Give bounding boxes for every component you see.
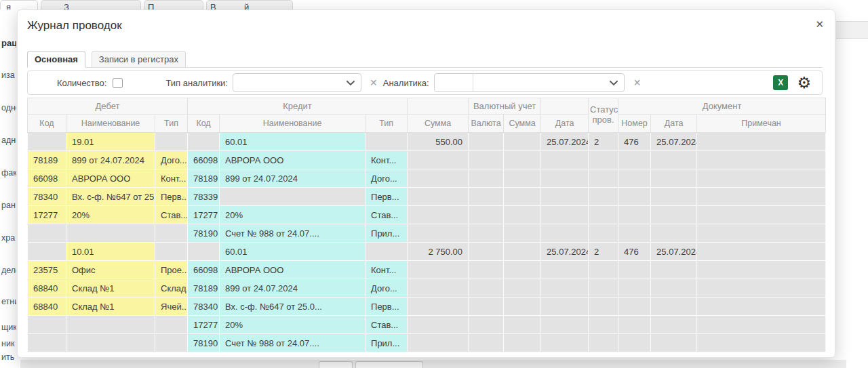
cell[interactable]: 66098 xyxy=(188,151,220,169)
cell[interactable] xyxy=(618,316,651,334)
column-header-debit-code[interactable]: Код xyxy=(28,115,66,133)
cell[interactable] xyxy=(469,206,504,224)
cell[interactable]: 78189 xyxy=(188,279,220,298)
cell[interactable] xyxy=(697,298,826,316)
posting-row[interactable]: 78190Счет № 988 от 24.07....Прил... xyxy=(28,224,826,243)
cell[interactable]: 17277 xyxy=(188,206,220,224)
cell[interactable] xyxy=(589,261,618,279)
cell[interactable]: Конт... xyxy=(366,261,408,279)
posting-row[interactable]: 19.0160.01550.0025.07.2024247625.07.2024 xyxy=(28,133,826,151)
cell[interactable] xyxy=(469,151,504,169)
cell[interactable] xyxy=(589,188,618,206)
cell[interactable] xyxy=(155,334,188,352)
cell[interactable] xyxy=(504,151,541,169)
cell[interactable]: 19.01 xyxy=(66,133,155,151)
cell[interactable] xyxy=(697,151,826,169)
cell[interactable] xyxy=(651,151,697,169)
cell[interactable]: 2 750.00 xyxy=(408,243,469,261)
cell[interactable] xyxy=(66,334,155,352)
clear-analytics-icon[interactable]: ✕ xyxy=(633,77,642,88)
cell[interactable] xyxy=(589,169,618,188)
cell[interactable] xyxy=(541,206,589,224)
cell[interactable]: 60.01 xyxy=(220,243,366,261)
cell[interactable]: 899 от 24.07.2024 xyxy=(220,279,366,298)
cell[interactable]: Вх. с-ф. №647 от 25.0... xyxy=(220,298,366,316)
cell[interactable]: 25.07.2024 xyxy=(651,133,697,151)
column-header-number[interactable]: Номер xyxy=(618,115,651,133)
background-tab[interactable]: П xyxy=(144,0,203,9)
cell[interactable]: 78189 xyxy=(188,169,220,188)
cell[interactable]: 20% xyxy=(66,206,155,224)
cell[interactable] xyxy=(541,298,589,316)
cell[interactable] xyxy=(469,316,504,334)
cell[interactable] xyxy=(541,261,589,279)
cell[interactable]: Перв... xyxy=(366,298,408,316)
cell[interactable] xyxy=(697,261,826,279)
cell[interactable] xyxy=(469,188,504,206)
cell[interactable] xyxy=(220,188,366,206)
cell[interactable]: Счет № 988 от 24.07.... xyxy=(220,334,366,352)
cell[interactable]: 476 xyxy=(618,133,651,151)
cell[interactable] xyxy=(651,224,697,243)
cell[interactable]: 25.07.2024 xyxy=(541,133,589,151)
cell[interactable]: 78190 xyxy=(188,334,220,352)
cell[interactable] xyxy=(618,334,651,352)
cell[interactable] xyxy=(697,279,826,298)
cell[interactable] xyxy=(188,133,220,151)
cell[interactable] xyxy=(618,151,651,169)
cell[interactable] xyxy=(541,224,589,243)
cell[interactable] xyxy=(504,224,541,243)
cell[interactable]: 78339 xyxy=(188,188,220,206)
cell[interactable]: Офис xyxy=(66,261,155,279)
cell[interactable]: 68840 xyxy=(28,298,66,316)
cell[interactable] xyxy=(618,298,651,316)
cell[interactable] xyxy=(408,206,469,224)
cell[interactable] xyxy=(651,298,697,316)
cell[interactable]: 476 xyxy=(618,243,651,261)
cell[interactable] xyxy=(651,169,697,188)
settings-gear-icon[interactable]: ⚙ xyxy=(797,75,811,91)
cell[interactable] xyxy=(28,224,66,243)
clear-analytics-type-icon[interactable]: ✕ xyxy=(370,77,378,88)
cell[interactable]: 66098 xyxy=(188,261,220,279)
cell[interactable]: 17277 xyxy=(188,316,220,334)
cell[interactable] xyxy=(408,151,469,169)
cell[interactable]: Прил... xyxy=(366,334,408,352)
cell[interactable]: 66098 xyxy=(28,169,66,188)
cell[interactable]: 550.00 xyxy=(408,133,469,151)
cell[interactable] xyxy=(618,188,651,206)
cell[interactable] xyxy=(408,169,469,188)
cell[interactable] xyxy=(697,206,826,224)
column-header-date[interactable]: Дата xyxy=(541,115,589,133)
posting-row[interactable]: 10.0160.012 750.0025.07.2024247625.07.20… xyxy=(28,243,826,261)
posting-row[interactable]: 68840Склад №1Склад78189899 от 24.07.2024… xyxy=(28,279,826,298)
cell[interactable]: Счет № 988 от 24.07.... xyxy=(220,224,366,243)
cell[interactable]: АВРОРА ООО xyxy=(66,169,155,188)
cell[interactable]: 78189 xyxy=(28,151,66,169)
cell[interactable]: АВРОРА ООО xyxy=(220,151,366,169)
cell[interactable] xyxy=(589,206,618,224)
cell[interactable]: Ячей... xyxy=(155,298,188,316)
tab-main[interactable]: Основная xyxy=(27,51,85,68)
column-header-currency-sum[interactable]: Сумма xyxy=(504,115,541,133)
cell[interactable] xyxy=(618,224,651,243)
cell[interactable] xyxy=(618,261,651,279)
cell[interactable] xyxy=(697,243,826,261)
cell[interactable] xyxy=(541,316,589,334)
column-header-debit-type[interactable]: Тип xyxy=(155,115,188,133)
background-tab-active[interactable]: я xyxy=(0,0,38,9)
cell[interactable]: Склад №1 xyxy=(66,279,155,298)
cell[interactable] xyxy=(366,243,408,261)
column-header-credit-type[interactable]: Тип xyxy=(366,115,408,133)
cell[interactable] xyxy=(697,169,826,188)
cell[interactable] xyxy=(589,316,618,334)
column-header-note[interactable]: Примечан xyxy=(697,115,826,133)
export-excel-button[interactable]: X xyxy=(773,75,788,90)
posting-row[interactable]: 78189899 от 24.07.2024Дого...66098АВРОРА… xyxy=(28,151,826,169)
cell[interactable] xyxy=(155,224,188,243)
cell[interactable] xyxy=(155,243,188,261)
cell[interactable] xyxy=(469,133,504,151)
cell[interactable] xyxy=(469,279,504,298)
cell[interactable] xyxy=(408,298,469,316)
cell[interactable] xyxy=(66,316,155,334)
